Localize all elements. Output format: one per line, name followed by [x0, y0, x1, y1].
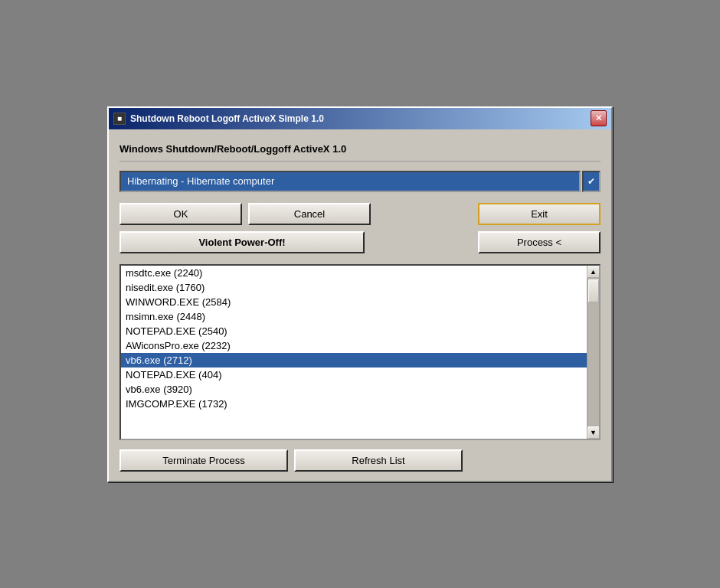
list-item[interactable]: NOTEPAD.EXE (404): [121, 368, 587, 382]
process-list-container: msdtc.exe (2240)nisedit.exe (1760)WINWOR…: [119, 264, 601, 440]
scrollbar[interactable]: ▲ ▼: [587, 266, 599, 439]
process-button[interactable]: Process <: [478, 231, 601, 253]
terminate-process-button[interactable]: Terminate Process: [119, 449, 288, 472]
subtitle-bar: Windows Shutdown/Reboot/Loggoff ActiveX …: [119, 139, 601, 162]
dropdown-row: Hibernating - Hibernate computer ✔: [119, 171, 601, 192]
scroll-up-icon: ▲: [590, 268, 597, 276]
list-item[interactable]: msdtc.exe (2240): [121, 266, 587, 280]
cancel-button[interactable]: Cancel: [248, 203, 371, 225]
scroll-track: [587, 278, 599, 426]
subtitle-text: Windows Shutdown/Reboot/Loggoff ActiveX …: [119, 143, 346, 155]
list-item[interactable]: vb6.exe (2712): [121, 353, 587, 368]
window-body: Windows Shutdown/Reboot/Loggoff ActiveX …: [109, 129, 611, 481]
process-list[interactable]: msdtc.exe (2240)nisedit.exe (1760)WINWOR…: [121, 266, 587, 439]
refresh-list-button[interactable]: Refresh List: [294, 449, 463, 472]
scroll-down-icon: ▼: [590, 429, 597, 436]
bottom-buttons: Terminate Process Refresh List: [119, 449, 601, 472]
main-window: ■ Shutdown Reboot Logoff ActiveX Simple …: [107, 106, 613, 482]
list-item[interactable]: msimn.exe (2448): [121, 309, 587, 324]
dropdown-arrow-button[interactable]: ✔: [582, 171, 601, 192]
list-item[interactable]: AWiconsPro.exe (2232): [121, 338, 587, 353]
list-item[interactable]: nisedit.exe (1760): [121, 280, 587, 295]
list-item[interactable]: NOTEPAD.EXE (2540): [121, 324, 587, 338]
title-bar-left: ■ Shutdown Reboot Logoff ActiveX Simple …: [113, 113, 324, 125]
close-button[interactable]: ✕: [591, 110, 607, 126]
scroll-down-button[interactable]: ▼: [587, 426, 600, 439]
scroll-up-button[interactable]: ▲: [587, 266, 600, 278]
list-item[interactable]: WINWORD.EXE (2584): [121, 295, 587, 309]
ok-button[interactable]: OK: [119, 203, 242, 225]
window-title: Shutdown Reboot Logoff ActiveX Simple 1.…: [130, 113, 324, 124]
title-bar: ■ Shutdown Reboot Logoff ActiveX Simple …: [109, 108, 611, 129]
buttons-row-1: OK Cancel Exit: [119, 203, 601, 225]
action-dropdown[interactable]: Hibernating - Hibernate computer: [119, 171, 581, 192]
buttons-row-2: Violent Power-Off! Process <: [119, 231, 601, 253]
exit-button[interactable]: Exit: [478, 203, 601, 225]
violent-poweroff-button[interactable]: Violent Power-Off!: [119, 231, 365, 253]
list-item[interactable]: IMGCOMP.EXE (1732): [121, 397, 587, 411]
app-icon: ■: [113, 113, 126, 125]
list-item[interactable]: vb6.exe (3920): [121, 382, 587, 397]
scroll-thumb[interactable]: [588, 279, 599, 302]
